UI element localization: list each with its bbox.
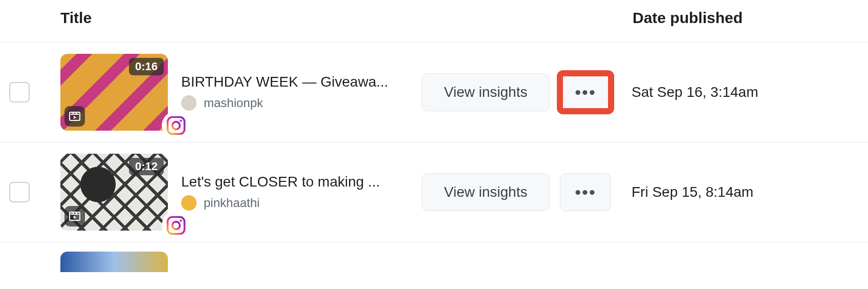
video-duration-badge: 0:12 — [129, 158, 164, 175]
post-account[interactable]: mashionpk — [181, 95, 413, 111]
svg-rect-0 — [168, 117, 185, 134]
post-thumbnail[interactable]: 0:16 — [60, 54, 168, 131]
table-header: Title Date published — [0, 0, 868, 43]
account-avatar-icon — [181, 95, 197, 111]
svg-point-5 — [180, 219, 182, 222]
reel-icon — [64, 206, 85, 226]
column-header-date-published[interactable]: Date published — [633, 9, 743, 27]
view-insights-button[interactable]: View insights — [422, 73, 550, 111]
row-checkbox[interactable] — [9, 82, 30, 102]
instagram-icon — [162, 111, 190, 140]
svg-point-2 — [180, 119, 182, 122]
svg-point-1 — [172, 122, 180, 130]
more-actions-button[interactable]: ••• — [560, 173, 611, 211]
table-row-partial — [0, 242, 868, 272]
account-name: pinkhaathi — [204, 196, 259, 210]
post-thumbnail[interactable]: 0:12 — [60, 154, 168, 231]
column-header-title[interactable]: Title — [0, 9, 633, 27]
svg-point-4 — [172, 222, 180, 230]
post-title[interactable]: Let's get CLOSER to making ... — [181, 174, 413, 190]
date-published: Sat Sep 16, 3:14am — [632, 84, 868, 100]
svg-rect-3 — [168, 217, 185, 234]
account-name: mashionpk — [204, 96, 263, 110]
post-account[interactable]: pinkhaathi — [181, 195, 413, 211]
table-row: 0:12 Let's get CLOSER to making ... pink… — [0, 142, 868, 242]
table-row: 0:16 BIRTHDAY WEEK — Giveawa... mashionp… — [0, 43, 868, 142]
post-title[interactable]: BIRTHDAY WEEK — Giveawa... — [181, 74, 413, 90]
post-thumbnail[interactable] — [60, 252, 168, 272]
row-checkbox[interactable] — [9, 182, 30, 202]
reel-icon — [64, 106, 85, 127]
more-actions-button[interactable]: ••• — [560, 73, 611, 111]
instagram-icon — [162, 211, 190, 240]
account-avatar-icon — [181, 195, 197, 211]
video-duration-badge: 0:16 — [129, 58, 164, 75]
date-published: Fri Sep 15, 8:14am — [632, 184, 868, 200]
view-insights-button[interactable]: View insights — [422, 173, 550, 211]
